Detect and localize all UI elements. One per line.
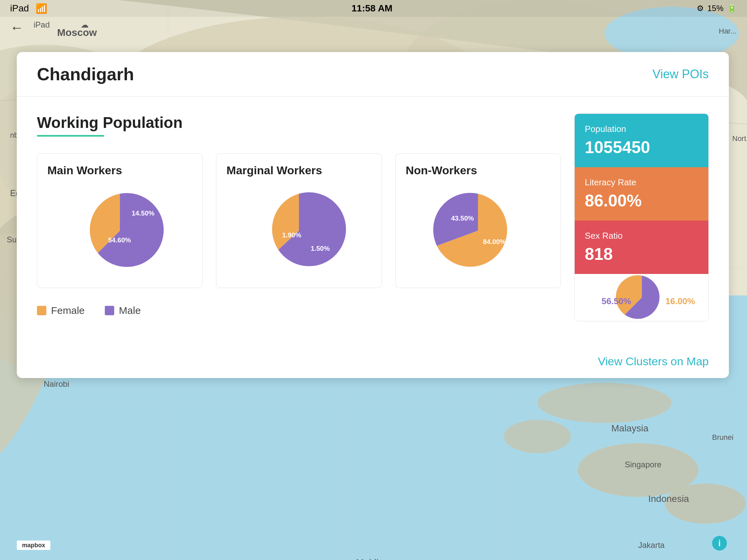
mini-chart-card: 56.50% 16.00% bbox=[575, 274, 709, 321]
status-bar-left: iPad 📶 bbox=[10, 3, 47, 14]
legend: Female Male bbox=[37, 305, 561, 316]
back-button[interactable]: ← bbox=[10, 20, 24, 35]
mapbox-logo: mapbox bbox=[17, 540, 50, 550]
literacy-value: 86.00% bbox=[585, 191, 698, 211]
marginal-workers-card: Marginal Workers bbox=[216, 154, 382, 288]
map-label-malaysia: Malaysia bbox=[611, 423, 648, 434]
main-workers-card: Main Workers bbox=[37, 154, 203, 288]
mini-male-label: 56.50% bbox=[601, 296, 631, 306]
male-pct-label: 54.60% bbox=[108, 236, 131, 244]
population-value: 1055450 bbox=[585, 138, 698, 157]
panel-header: Chandigarh View POIs bbox=[17, 52, 729, 97]
male-label: Male bbox=[119, 305, 141, 316]
male-pct-label-n: 43.50% bbox=[451, 215, 474, 222]
battery-icon: 🔋 bbox=[727, 4, 737, 13]
map-label-maldives: Maldives bbox=[356, 557, 393, 560]
svg-point-19 bbox=[537, 383, 672, 423]
map-label-jakarta: Jakarta bbox=[638, 540, 665, 550]
view-pois-button[interactable]: View POIs bbox=[653, 67, 709, 81]
marginal-workers-pie: 1.90% 1.50% bbox=[252, 184, 346, 278]
non-workers-chart: 84.00% 43.50% bbox=[406, 184, 550, 278]
section-underline bbox=[37, 135, 104, 137]
female-pct-label-m: 1.50% bbox=[311, 245, 330, 252]
mapbox-branding: mapbox bbox=[17, 540, 50, 550]
section-title: Working Population bbox=[37, 113, 561, 132]
female-pct-label-n: 84.00% bbox=[483, 238, 506, 245]
stats-panel: Population 1055450 Literacy Rate 86.00% … bbox=[574, 113, 709, 321]
info-icon[interactable]: i bbox=[712, 536, 727, 551]
map-label-north: Nort... bbox=[732, 134, 747, 143]
map-label-moscow: Moscow bbox=[57, 27, 97, 38]
status-bar: iPad 📶 11:58 AM ⚙ 15% 🔋 bbox=[0, 0, 747, 17]
main-panel: Chandigarh View POIs Working Population … bbox=[17, 52, 729, 378]
sex-ratio-card: Sex Ratio 818 bbox=[575, 220, 709, 274]
bluetooth-icon: ⚙ bbox=[697, 4, 704, 13]
time-display: 11:58 AM bbox=[352, 3, 393, 14]
main-workers-chart: 54.60% 14.50% bbox=[47, 184, 192, 278]
male-swatch bbox=[105, 306, 114, 315]
main-workers-title: Main Workers bbox=[47, 164, 122, 177]
battery-indicator: 15% bbox=[707, 4, 723, 13]
male-pct-label-m: 1.90% bbox=[282, 231, 301, 239]
panel-body: Working Population Main Workers bbox=[17, 97, 729, 342]
marginal-workers-chart: 1.90% 1.50% bbox=[226, 184, 371, 278]
female-swatch bbox=[37, 306, 46, 315]
non-workers-pie: 84.00% 43.50% bbox=[431, 184, 525, 278]
panel-title: Chandigarh bbox=[37, 64, 134, 84]
map-label-ipad: iPad bbox=[33, 20, 50, 30]
literacy-label: Literacy Rate bbox=[585, 177, 698, 188]
device-label: iPad bbox=[10, 3, 29, 14]
female-label: Female bbox=[51, 305, 85, 316]
wifi-icon: 📶 bbox=[35, 3, 47, 14]
non-workers-title: Non-Workers bbox=[406, 164, 477, 177]
female-pct-label: 14.50% bbox=[132, 210, 155, 217]
marginal-workers-title: Marginal Workers bbox=[226, 164, 322, 177]
status-bar-right: ⚙ 15% 🔋 bbox=[697, 4, 737, 13]
mini-pie-chart: 56.50% 16.00% bbox=[575, 274, 709, 321]
charts-row: Main Workers bbox=[37, 154, 561, 288]
population-card: Population 1055450 bbox=[575, 114, 709, 167]
map-label-brunei: Brunei bbox=[712, 433, 733, 442]
map-label-har: Har... bbox=[719, 27, 737, 35]
sex-ratio-label: Sex Ratio bbox=[585, 231, 698, 241]
legend-female: Female bbox=[37, 305, 85, 316]
map-label-indonesia: Indonesia bbox=[648, 494, 689, 504]
svg-point-18 bbox=[504, 420, 571, 453]
literacy-card: Literacy Rate 86.00% bbox=[575, 167, 709, 220]
legend-male: Male bbox=[105, 305, 141, 316]
non-workers-card: Non-Workers bbox=[395, 154, 561, 288]
main-workers-pie: 54.60% 14.50% bbox=[73, 184, 167, 278]
view-clusters-button[interactable]: View Clusters on Map bbox=[17, 345, 729, 378]
mini-female-label: 16.00% bbox=[665, 296, 695, 306]
population-label: Population bbox=[585, 124, 698, 134]
map-label-nairobi: Nairobi bbox=[44, 379, 69, 389]
sex-ratio-value: 818 bbox=[585, 244, 698, 264]
map-label-singapore: Singapore bbox=[625, 460, 661, 469]
content-left: Working Population Main Workers bbox=[37, 113, 561, 321]
